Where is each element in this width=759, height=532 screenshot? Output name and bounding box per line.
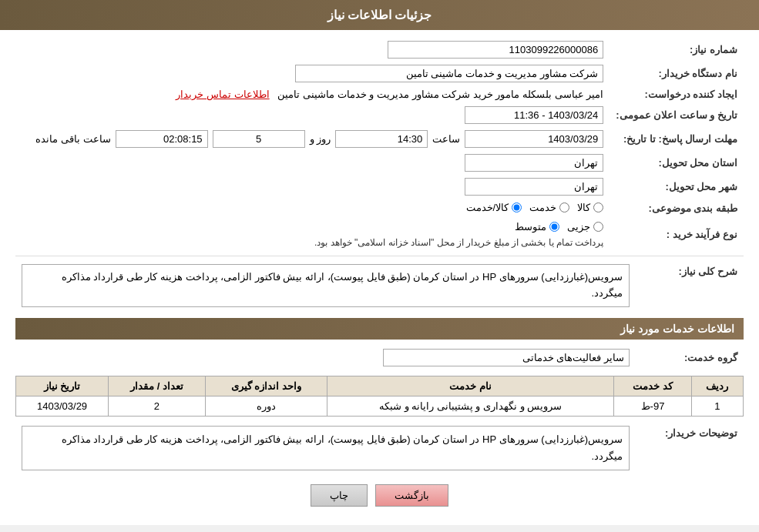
radio-kala-khadamat: کالا/خدمت (466, 202, 522, 213)
announce-label: تاریخ و ساعت اعلان عمومی: (610, 103, 744, 127)
creator-value: امیر عباسی بلسکله مامور خرید شرکت مشاور … (15, 85, 610, 103)
radio-jozei-input[interactable] (593, 222, 603, 232)
radio-jozei-label: جزیی (567, 221, 590, 233)
radio-kala: کالا (577, 202, 603, 213)
info-table: شماره نیاز: 1103099226000086 نام دستگاه … (15, 38, 744, 251)
buyer-org-label: نام دستگاه خریدار: (610, 62, 744, 85)
response-date-box: 1403/03/29 (465, 130, 603, 148)
creator-link[interactable]: اطلاعات تماس خریدار (176, 89, 269, 100)
cell-qty: 2 (109, 396, 206, 416)
description-value: سرویس(غبارزدایی) سرورهای HP در استان کرم… (15, 261, 636, 310)
radio-motovaset-input[interactable] (549, 222, 559, 232)
province-box: تهران (465, 154, 603, 172)
city-value: تهران (15, 175, 610, 199)
description-label: شرح کلی نیاز: (636, 261, 744, 310)
radio-jozei: جزیی (567, 221, 603, 233)
response-deadline-value: 1403/03/29 ساعت 14:30 روز و 5 02:08:15 س… (15, 127, 610, 151)
back-button[interactable]: بازگشت (375, 484, 448, 507)
radio-motovaset: متوسط (515, 221, 559, 233)
purchase-type-label: نوع فرآیند خرید : (610, 218, 744, 251)
services-section-title: اطلاعات خدمات مورد نیاز (15, 318, 744, 340)
creator-text: امیر عباسی بلسکله مامور خرید شرکت مشاور … (277, 89, 603, 100)
col-name: نام خدمت (327, 376, 614, 396)
response-time-label: ساعت (432, 133, 460, 145)
category-value: کالا خدمت کالا/خدمت (15, 199, 610, 218)
radio-khadamat-input[interactable] (559, 202, 569, 212)
province-label: استان محل تحویل: (610, 151, 744, 175)
radio-kala-input[interactable] (593, 202, 603, 212)
response-remaining-label: ساعت باقی مانده (35, 133, 110, 145)
table-row: 1 97-ط سرویس و نگهداری و پشتیبانی رایانه… (16, 396, 744, 416)
main-content: شماره نیاز: 1103099226000086 نام دستگاه … (0, 30, 759, 525)
cell-unit: دوره (205, 396, 327, 416)
page-header: جزئیات اطلاعات نیاز (0, 0, 759, 30)
creator-label: ایجاد کننده درخواست: (610, 85, 744, 103)
city-label: شهر محل تحویل: (610, 175, 744, 199)
need-number-label: شماره نیاز: (610, 38, 744, 62)
response-days-box: 5 (213, 130, 305, 148)
cell-date: 1403/03/29 (16, 396, 109, 416)
col-code: کد خدمت (614, 376, 691, 396)
category-label: طبقه بندی موضوعی: (610, 199, 744, 218)
radio-motovaset-label: متوسط (515, 221, 546, 233)
response-time-box: 14:30 (335, 130, 428, 148)
services-table: ردیف کد خدمت نام خدمت واحد اندازه گیری ت… (15, 376, 744, 417)
buyer-org-value: شرکت مشاور مدیریت و خدمات ماشینی تامین (15, 62, 610, 85)
radio-kala-label: کالا (577, 202, 590, 213)
response-deadline-label: مهلت ارسال پاسخ: تا تاریخ: (610, 127, 744, 151)
col-unit: واحد اندازه گیری (205, 376, 327, 396)
service-group-table: گروه خدمت: سایر فعالیت‌های خدماتی (15, 346, 744, 370)
service-group-value: سایر فعالیت‌های خدماتی (15, 346, 636, 370)
purchase-type-value: جزیی متوسط پرداخت تمام یا بخشی از مبلغ خ… (15, 218, 610, 251)
button-row: بازگشت چاپ (15, 484, 744, 507)
col-qty: تعداد / مقدار (109, 376, 206, 396)
radio-kala-khadamat-input[interactable] (512, 202, 522, 212)
radio-khadamat: خدمت (529, 202, 569, 213)
description-table: شرح کلی نیاز: سرویس(غبارزدایی) سرورهای H… (15, 261, 744, 310)
buyer-notes-box: سرویس(غبارزدایی) سرورهای HP در استان کرم… (22, 426, 630, 470)
col-row: ردیف (691, 376, 743, 396)
cell-code: 97-ط (614, 396, 691, 416)
cell-row: 1 (691, 396, 743, 416)
service-group-label: گروه خدمت: (636, 346, 744, 370)
buyer-org-box: شرکت مشاور مدیریت و خدمات ماشینی تامین (295, 65, 603, 82)
response-days-label: روز و (310, 133, 331, 145)
page-title: جزئیات اطلاعات نیاز (327, 8, 432, 22)
buyer-notes-label: توضیحات خریدار: (636, 423, 744, 473)
response-remaining-box: 02:08:15 (116, 130, 208, 148)
radio-khadamat-label: خدمت (529, 202, 556, 213)
cell-name: سرویس و نگهداری و پشتیبانی رایانه و شبکه (327, 396, 614, 416)
buyer-notes-table: توضیحات خریدار: سرویس(غبارزدایی) سرورهای… (15, 423, 744, 473)
province-value: تهران (15, 151, 610, 175)
city-box: تهران (465, 178, 603, 196)
print-button[interactable]: چاپ (311, 484, 368, 507)
buyer-notes-value: سرویس(غبارزدایی) سرورهای HP در استان کرم… (15, 423, 636, 473)
service-group-box: سایر فعالیت‌های خدماتی (383, 349, 630, 366)
purchase-type-note: پرداخت تمام یا بخشی از مبلغ خریدار از مح… (314, 237, 603, 248)
need-number-value: 1103099226000086 (15, 38, 610, 62)
description-box: سرویس(غبارزدایی) سرورهای HP در استان کرم… (22, 264, 630, 307)
announce-box: 1403/03/24 - 11:36 (465, 106, 603, 124)
need-number-box: 1103099226000086 (388, 41, 603, 59)
announce-value: 1403/03/24 - 11:36 (15, 103, 610, 127)
page-wrapper: جزئیات اطلاعات نیاز شماره نیاز: 11030992… (0, 0, 759, 525)
radio-kala-khadamat-label: کالا/خدمت (466, 202, 509, 213)
col-date: تاریخ نیاز (16, 376, 109, 396)
